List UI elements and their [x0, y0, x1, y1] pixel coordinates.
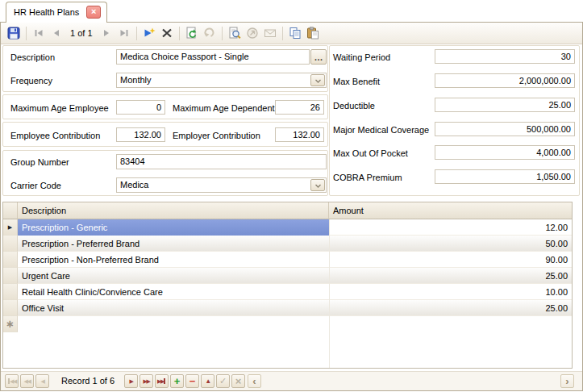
cell-amount[interactable] [329, 316, 572, 332]
frequency-value: Monthly [117, 73, 310, 87]
employer-contribution-input[interactable]: 132.00 [275, 127, 324, 142]
nav-edit-button[interactable]: ▲ [201, 374, 214, 388]
last-record-icon [118, 27, 131, 40]
paste-button[interactable] [304, 24, 322, 42]
table-row[interactable]: Prescription - Preferred Brand 50.00 [3, 236, 572, 252]
frequency-dropdown-button[interactable] [310, 74, 325, 86]
cobra-premium-input[interactable]: 1,050.00 [435, 169, 575, 184]
first-record-button[interactable] [30, 24, 48, 42]
ellipsis-icon: … [314, 52, 323, 62]
table-row[interactable]: Office Visit 25.00 [3, 300, 572, 316]
max-benefit-input[interactable]: 2,000,000.00 [435, 73, 575, 88]
major-medical-coverage-label: Major Medical Coverage [333, 123, 429, 137]
max-out-of-pocket-input[interactable]: 4,000.00 [435, 145, 575, 160]
nav-add-button[interactable]: + [170, 374, 184, 388]
frequency-label: Frequency [10, 73, 52, 88]
new-record-icon [143, 27, 156, 40]
last-record-button[interactable] [115, 24, 133, 42]
email-button[interactable] [261, 24, 279, 42]
carrier-code-combobox[interactable]: Medica [116, 177, 327, 193]
nav-cancel-edit-button[interactable]: × [231, 374, 245, 388]
table-row[interactable]: ▶ Prescription - Generic 12.00 [3, 219, 572, 236]
toolbar-separator [26, 27, 27, 40]
nav-prev-page-button[interactable]: ◀◀ [20, 374, 34, 388]
deductible-label: Deductible [333, 98, 375, 113]
print-preview-button[interactable] [226, 24, 244, 42]
major-medical-coverage-input[interactable]: 500,000.00 [435, 122, 575, 136]
group-number-input[interactable]: 83404 [116, 154, 327, 169]
nav-end-edit-button[interactable]: ✓ [216, 374, 230, 388]
record-status: Record 1 of 6 [54, 374, 122, 388]
refresh-button[interactable] [183, 24, 201, 42]
delete-record-button[interactable] [158, 24, 176, 42]
column-header-amount[interactable]: Amount [329, 202, 572, 219]
nav-first-button[interactable]: ◀◀ [5, 374, 19, 388]
table-row[interactable]: Prescription - Non-Preferred Brand 90.00 [3, 252, 572, 268]
nav-prev-button[interactable]: ◀ [35, 374, 49, 388]
max-age-employee-input[interactable]: 0 [116, 100, 165, 115]
cell-description[interactable] [18, 316, 329, 332]
cell-description[interactable]: Office Visit [18, 300, 329, 316]
nav-last-button[interactable]: ▶▶ [155, 374, 169, 388]
chevron-right-icon: › [565, 376, 568, 386]
cell-amount[interactable]: 50.00 [329, 236, 572, 252]
benefits-panel: Waiting Period 30 Max Benefit 2,000,000.… [329, 45, 580, 196]
cell-amount[interactable]: 25.00 [329, 300, 572, 316]
print-preview-icon [228, 27, 241, 40]
process-button[interactable] [244, 24, 261, 42]
chevron-left-icon: ‹ [252, 376, 256, 386]
cell-amount[interactable]: 90.00 [329, 252, 572, 268]
copy-icon [289, 27, 302, 40]
undo-button[interactable] [201, 24, 219, 42]
new-record-button[interactable] [140, 24, 158, 42]
age-panel: Maximum Age Employee 0 Maximum Age Depen… [2, 94, 328, 119]
deductible-input[interactable]: 25.00 [435, 98, 575, 112]
carrier-code-label: Carrier Code [10, 178, 61, 193]
nav-next-page-button[interactable]: ▶▶ [140, 374, 153, 388]
cell-amount[interactable]: 12.00 [329, 219, 572, 236]
tab-hr-health-plans[interactable]: HR Health Plans × [6, 2, 107, 23]
cell-description[interactable]: Retail Health Clinic/Convience Care [18, 284, 329, 300]
max-age-dependent-label: Maximum Age Dependent [173, 101, 275, 115]
row-indicator [3, 268, 18, 284]
hscroll-right-button[interactable]: › [560, 374, 574, 388]
description-ellipsis-button[interactable]: … [310, 49, 327, 65]
next-record-button[interactable] [98, 24, 115, 42]
cell-description[interactable]: Prescription - Non-Preferred Brand [18, 252, 329, 268]
cobra-premium-label: COBRA Premium [333, 170, 402, 185]
waiting-period-input[interactable]: 30 [435, 49, 575, 64]
nav-next-button[interactable]: ▶ [124, 374, 138, 388]
save-button[interactable] [5, 24, 23, 42]
copy-button[interactable] [286, 24, 304, 42]
table-row[interactable]: Retail Health Clinic/Convience Care 10.0… [3, 284, 572, 300]
carrier-code-dropdown-button[interactable] [310, 179, 325, 191]
cell-description[interactable]: Prescription - Generic [18, 219, 329, 236]
nav-delete-button[interactable]: − [185, 374, 199, 388]
max-benefit-label: Max Benefit [333, 74, 380, 89]
plus-icon: + [174, 376, 181, 386]
max-age-dependent-input[interactable]: 26 [275, 100, 324, 115]
hscroll-left-button[interactable]: ‹ [248, 374, 261, 388]
cell-description[interactable]: Urgent Care [18, 268, 329, 284]
cell-amount[interactable]: 10.00 [329, 284, 572, 300]
first-record-icon [32, 27, 45, 40]
row-indicator-header [3, 202, 18, 219]
row-indicator [3, 236, 18, 252]
prev-page-icon: ◀◀ [24, 378, 31, 384]
close-icon: × [91, 7, 96, 16]
tab-close-button[interactable]: × [86, 6, 101, 19]
table-row[interactable]: Urgent Care 25.00 [3, 268, 572, 284]
new-row[interactable]: ∗ [3, 316, 572, 332]
forward-circle-icon [246, 27, 259, 40]
benefit-items-grid: Description Amount ▶ Prescription - Gene… [2, 202, 573, 369]
cell-amount[interactable]: 25.00 [329, 268, 572, 284]
save-icon [7, 27, 20, 40]
edit-triangle-icon: ▲ [205, 378, 210, 385]
frequency-combobox[interactable]: Monthly [116, 73, 327, 88]
previous-record-button[interactable] [48, 24, 65, 42]
description-input[interactable]: Medica Choice Passport - Single [116, 49, 310, 65]
column-header-description[interactable]: Description [18, 202, 329, 219]
chevron-down-icon [314, 181, 322, 190]
employee-contribution-input[interactable]: 132.00 [116, 127, 165, 142]
cell-description[interactable]: Prescription - Preferred Brand [18, 236, 329, 252]
